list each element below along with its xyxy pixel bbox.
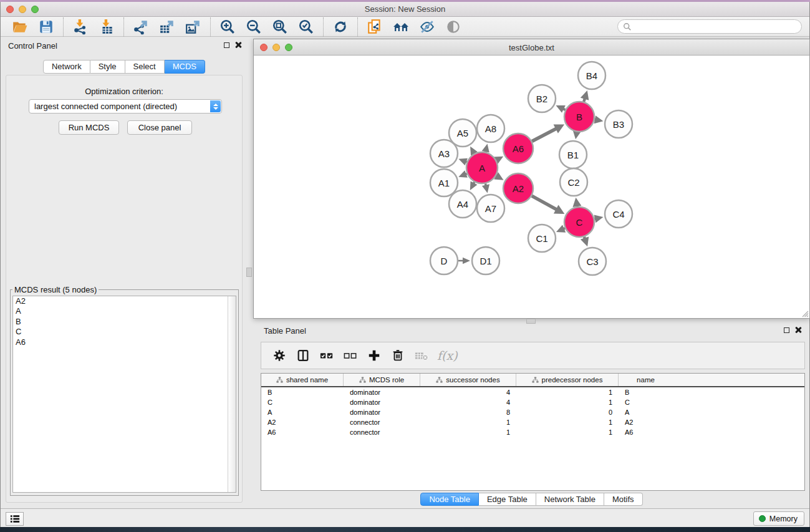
show-columns-icon[interactable] bbox=[294, 346, 312, 365]
vertical-splitter-handle[interactable] bbox=[246, 268, 252, 277]
zoom-in-icon[interactable] bbox=[218, 19, 237, 35]
node-label-B3: B3 bbox=[613, 119, 624, 130]
node-label-D: D bbox=[441, 256, 448, 266]
tab-motifs[interactable]: Motifs bbox=[604, 493, 643, 506]
node-label-A8: A8 bbox=[485, 123, 496, 134]
arrowhead-B-B3 bbox=[594, 115, 604, 123]
edge-A2-C[interactable] bbox=[532, 196, 557, 210]
zoom-out-icon[interactable] bbox=[244, 19, 263, 35]
network-window-title: testGlobe.txt bbox=[254, 43, 809, 52]
node-label-B1: B1 bbox=[567, 150, 579, 160]
arrowhead-C-C4 bbox=[594, 215, 604, 223]
open-session-icon[interactable] bbox=[11, 19, 29, 35]
close-panel-button[interactable]: Close panel bbox=[127, 120, 192, 135]
tab-network[interactable]: Network bbox=[43, 60, 90, 74]
result-list-item[interactable]: C bbox=[13, 327, 236, 337]
export-image-icon[interactable] bbox=[184, 19, 203, 35]
select-stepper-icon bbox=[210, 100, 221, 112]
desktop-wallpaper-strip bbox=[0, 527, 810, 532]
create-column-icon[interactable] bbox=[365, 346, 383, 365]
first-neighbors-icon[interactable] bbox=[392, 19, 410, 35]
column-header-predecessor-nodes[interactable]: predecessor nodes bbox=[516, 374, 619, 386]
table-settings-icon[interactable] bbox=[270, 346, 289, 365]
table-row[interactable]: A2connector11A2 bbox=[261, 417, 804, 427]
close-table-panel-icon[interactable] bbox=[795, 327, 801, 333]
show-hidden-icon[interactable] bbox=[444, 19, 463, 35]
tab-network-table[interactable]: Network Table bbox=[536, 493, 604, 506]
edge-A6-B[interactable] bbox=[532, 128, 557, 142]
tab-node-table[interactable]: Node Table bbox=[420, 493, 479, 506]
control-panel-title: Control Panel bbox=[8, 41, 57, 51]
column-header-shared-name[interactable]: shared name bbox=[261, 374, 344, 386]
toolbar-separator bbox=[357, 17, 358, 36]
hierarchy-icon bbox=[532, 377, 539, 384]
export-network-icon[interactable] bbox=[132, 19, 150, 35]
refresh-icon[interactable] bbox=[331, 19, 350, 35]
toolbar-separator bbox=[123, 17, 124, 36]
result-list-item[interactable]: A6 bbox=[13, 337, 236, 347]
tab-select[interactable]: Select bbox=[125, 60, 165, 74]
export-table-icon[interactable] bbox=[158, 19, 176, 35]
criterion-select[interactable]: largest connected component (directed) bbox=[29, 99, 222, 114]
mcds-result-list[interactable]: A2ABCA6 bbox=[12, 296, 236, 493]
hierarchy-icon bbox=[359, 377, 366, 384]
unselect-all-columns-icon[interactable] bbox=[341, 346, 360, 365]
node-label-B2: B2 bbox=[536, 94, 547, 104]
network-view-window: testGlobe.txt B4B2BB3A5A8A6A3AB1A1C2A4A7… bbox=[253, 39, 810, 319]
app-titlebar: Session: New Session bbox=[1, 2, 809, 17]
search-icon bbox=[623, 22, 632, 31]
memory-button[interactable]: Memory bbox=[753, 511, 804, 526]
mcds-result-legend: MCDS result (5 nodes) bbox=[12, 285, 99, 294]
search-input[interactable] bbox=[632, 22, 796, 31]
table-row[interactable]: Bdominator41B bbox=[261, 387, 804, 397]
node-label-A5: A5 bbox=[457, 128, 468, 138]
arrowhead-A-A8 bbox=[482, 143, 489, 152]
toolbar-separator bbox=[63, 17, 64, 36]
function-builder-icon[interactable]: f(x) bbox=[437, 349, 458, 362]
node-label-B4: B4 bbox=[586, 70, 597, 81]
status-bar: Memory bbox=[1, 508, 809, 528]
column-header-name[interactable]: name bbox=[619, 374, 673, 386]
memory-label: Memory bbox=[769, 515, 798, 523]
toolbar-separator bbox=[323, 17, 324, 36]
tab-style[interactable]: Style bbox=[90, 60, 125, 74]
result-list-item[interactable]: A bbox=[13, 306, 236, 316]
table-panel-title: Table Panel bbox=[264, 326, 306, 336]
close-panel-icon[interactable] bbox=[235, 42, 241, 48]
network-canvas[interactable]: B4B2BB3A5A8A6A3AB1A1C2A4A7A2C4CC1C3DD1 bbox=[254, 56, 809, 318]
import-table-icon[interactable] bbox=[97, 19, 116, 35]
table-row[interactable]: Cdominator41C bbox=[261, 397, 804, 407]
list-icon bbox=[9, 514, 21, 524]
result-list-scrollbar[interactable] bbox=[228, 296, 236, 492]
toolbar-separator bbox=[210, 17, 211, 36]
column-header-MCDS-role[interactable]: MCDS role bbox=[344, 374, 420, 386]
save-session-icon[interactable] bbox=[37, 19, 55, 35]
result-list-item[interactable]: A2 bbox=[13, 296, 236, 306]
task-history-button[interactable] bbox=[6, 512, 24, 526]
arrowhead-D-D1 bbox=[463, 258, 470, 264]
table-row[interactable]: A6connector11A6 bbox=[261, 427, 804, 437]
network-graph[interactable]: B4B2BB3A5A8A6A3AB1A1C2A4A7A2C4CC1C3DD1 bbox=[254, 56, 809, 318]
node-table[interactable]: shared nameMCDS rolesuccessor nodesprede… bbox=[261, 373, 805, 491]
tab-edge-table[interactable]: Edge Table bbox=[479, 493, 536, 506]
zoom-fit-icon[interactable] bbox=[271, 19, 289, 35]
node-label-C2: C2 bbox=[567, 177, 579, 188]
select-all-columns-icon[interactable] bbox=[317, 346, 336, 365]
run-mcds-button[interactable]: Run MCDS bbox=[59, 120, 119, 135]
column-header-successor-nodes[interactable]: successor nodes bbox=[420, 374, 516, 386]
network-window-titlebar[interactable]: testGlobe.txt bbox=[254, 39, 809, 56]
new-network-from-selection-icon[interactable] bbox=[365, 19, 384, 35]
hide-selected-icon[interactable] bbox=[418, 19, 436, 35]
node-label-A1: A1 bbox=[438, 178, 450, 188]
resize-grip-icon[interactable] bbox=[800, 309, 809, 317]
float-panel-icon[interactable] bbox=[224, 42, 229, 48]
zoom-selected-icon[interactable] bbox=[297, 19, 316, 35]
import-network-icon[interactable] bbox=[71, 19, 90, 35]
table-row[interactable]: Adominator80A bbox=[261, 407, 804, 417]
result-list-item[interactable]: B bbox=[13, 317, 236, 327]
float-table-panel-icon[interactable] bbox=[784, 327, 789, 333]
search-box[interactable] bbox=[617, 19, 802, 34]
tab-mcds[interactable]: MCDS bbox=[165, 60, 205, 74]
delete-columns-icon[interactable] bbox=[388, 346, 407, 365]
delete-table-icon[interactable] bbox=[412, 346, 431, 365]
